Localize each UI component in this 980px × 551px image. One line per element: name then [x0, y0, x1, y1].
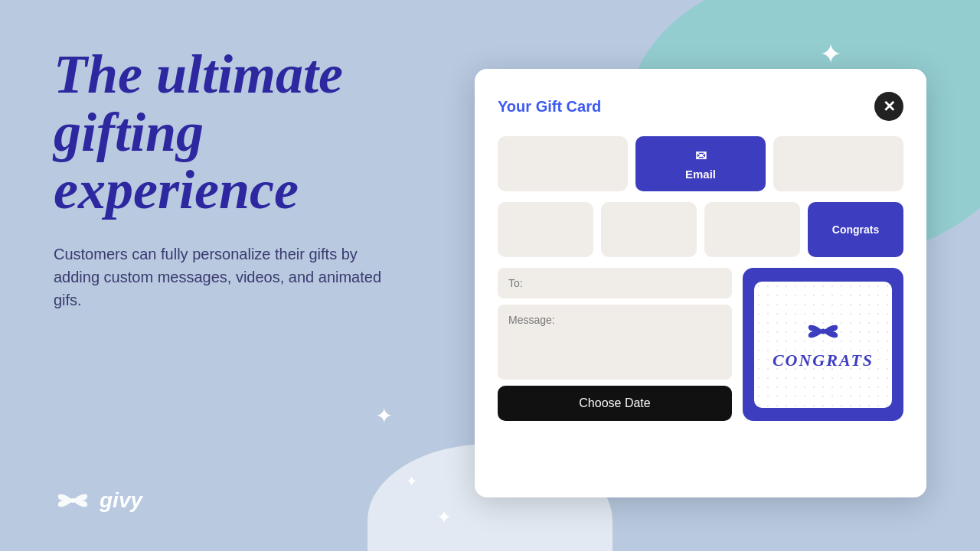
bottom-section: Choose Date CONGRATS: [498, 268, 903, 421]
sparkle-icon-top: ✦: [819, 38, 842, 70]
close-button[interactable]: ✕: [874, 92, 903, 121]
logo: givy: [54, 488, 390, 513]
theme-option-2[interactable]: [601, 202, 697, 257]
card-preview: CONGRATS: [743, 268, 903, 421]
svg-point-0: [70, 498, 75, 503]
email-icon: ✉: [695, 148, 707, 165]
choose-date-button[interactable]: Choose Date: [498, 386, 732, 421]
svg-point-1: [821, 329, 826, 334]
modal-header: Your Gift Card ✕: [498, 92, 903, 121]
gift-card-inner: CONGRATS: [754, 282, 892, 408]
card-bow-icon: [804, 318, 842, 344]
subtext: Customers can fully personalize their gi…: [54, 243, 390, 311]
congrats-theme-label: Congrats: [832, 223, 879, 236]
theme-option-3[interactable]: [704, 202, 800, 257]
to-input[interactable]: [498, 268, 732, 298]
email-label: Email: [685, 168, 716, 181]
headline: The ultimate gifting experience: [54, 46, 390, 220]
gift-card-modal: Your Gift Card ✕ ✉ Email Congrats Choose…: [475, 69, 926, 497]
sparkle-icon-bottom-lg: ✦: [436, 507, 452, 528]
logo-text: givy: [100, 488, 142, 513]
delivery-option-3[interactable]: [773, 136, 903, 191]
delivery-option-1[interactable]: [498, 136, 628, 191]
modal-title: Your Gift Card: [498, 98, 601, 116]
left-panel: The ultimate gifting experience Customer…: [0, 0, 429, 551]
theme-option-congrats[interactable]: Congrats: [808, 202, 903, 257]
card-congrats-text: CONGRATS: [773, 350, 874, 370]
theme-options-row: Congrats: [498, 202, 903, 257]
logo-bow-icon: [54, 488, 92, 513]
message-input[interactable]: [498, 305, 732, 380]
form-area: Choose Date: [498, 268, 732, 421]
delivery-option-email[interactable]: ✉ Email: [635, 136, 766, 191]
delivery-options-row: ✉ Email: [498, 136, 903, 191]
theme-option-1[interactable]: [498, 202, 593, 257]
